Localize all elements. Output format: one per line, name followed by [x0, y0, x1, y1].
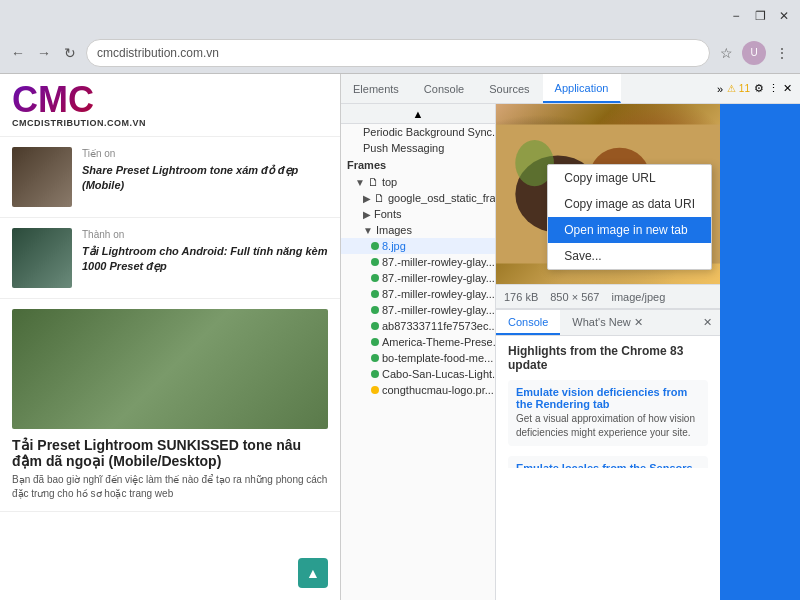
- tree-image-7[interactable]: Cabo-San-Lucas-Light...: [341, 366, 495, 382]
- tab-elements[interactable]: Elements: [341, 74, 412, 103]
- logo-text: CMC: [12, 82, 328, 118]
- warning-badge: ⚠ 11: [727, 83, 750, 94]
- post-title-2[interactable]: Tải Lightroom cho Android: Full tính năn…: [82, 244, 328, 275]
- tree-images[interactable]: ▼ Images: [341, 222, 495, 238]
- post-meta-2: Thành on: [82, 228, 328, 242]
- blog-posts: Tiến on Share Preset Lightroom tone xám …: [0, 137, 340, 512]
- forward-button[interactable]: →: [34, 43, 54, 63]
- console-item-1: Emulate locales from the Sensors tab or …: [508, 456, 708, 468]
- frames-label: Frames: [341, 156, 495, 174]
- thumb-img-2: [12, 228, 72, 288]
- image-selected-label: 8.jpg: [382, 240, 406, 252]
- tree-panel: ▲ Periodic Background Sync... Push Messa…: [341, 104, 496, 600]
- tree-image-2[interactable]: 87.-miller-rowley-glay...: [341, 286, 495, 302]
- star-icon[interactable]: ☆: [716, 43, 736, 63]
- main-layout: CMC CMCDISTRIBUTION.COM.VN Tiến on Share…: [0, 74, 800, 600]
- post-thumb-1: [12, 147, 72, 207]
- tree-fonts[interactable]: ▶ Fonts: [341, 206, 495, 222]
- console-link-1[interactable]: Emulate locales from the Sensors tab or …: [516, 462, 700, 468]
- dot-0: [371, 258, 379, 266]
- post-text-2: Thành on Tải Lightroom cho Android: Full…: [82, 228, 328, 275]
- tree-scroll-up[interactable]: ▲: [341, 104, 495, 124]
- blog-post-2: Thành on Tải Lightroom cho Android: Full…: [0, 218, 340, 299]
- url-text: cmcdistribution.com.vn: [97, 46, 219, 60]
- context-open-new-tab[interactable]: Open image in new tab: [548, 217, 711, 243]
- devtools-main: ▲ Periodic Background Sync... Push Messa…: [341, 104, 800, 600]
- console-panel-close[interactable]: ✕: [695, 310, 720, 335]
- refresh-button[interactable]: ↻: [60, 43, 80, 63]
- dot-8: [371, 386, 379, 394]
- console-content: Highlights from the Chrome 83 update Emu…: [496, 336, 720, 468]
- expand-icon: ▼: [355, 177, 365, 188]
- devtools-panel: Elements Console Sources Application » ⚠…: [340, 74, 800, 600]
- blog-post-large: Tải Preset Lightroom SUNKISSED tone nâu …: [0, 299, 340, 512]
- site-logo: CMC CMCDISTRIBUTION.COM.VN: [0, 74, 340, 137]
- tree-image-0[interactable]: 87.-miller-rowley-glay...: [341, 254, 495, 270]
- back-button[interactable]: ←: [8, 43, 28, 63]
- tab-console[interactable]: Console: [412, 74, 477, 103]
- status-size: 176 kB: [504, 291, 538, 303]
- context-copy-url[interactable]: Copy image URL: [548, 165, 711, 191]
- tree-image-1[interactable]: 87.-miller-rowley-glay...: [341, 270, 495, 286]
- tab-application[interactable]: Application: [543, 74, 622, 103]
- tree-sync[interactable]: Periodic Background Sync...: [341, 124, 495, 140]
- menu-button[interactable]: ⋮: [772, 43, 792, 63]
- expand-icon-2: ▶: [363, 193, 371, 204]
- status-type: image/jpeg: [612, 291, 666, 303]
- tree-top[interactable]: ▼ 🗋 top: [341, 174, 495, 190]
- sync-label: Periodic Background Sync...: [363, 126, 495, 138]
- scroll-up-button[interactable]: ▲: [298, 558, 328, 588]
- browser-chrome: ← → ↻ cmcdistribution.com.vn ☆ U ⋮: [0, 32, 800, 74]
- tree-image-6[interactable]: bo-template-food-me...: [341, 350, 495, 366]
- large-title[interactable]: Tải Preset Lightroom SUNKISSED tone nâu …: [12, 437, 328, 469]
- url-bar[interactable]: cmcdistribution.com.vn: [86, 39, 710, 67]
- console-tab-console[interactable]: Console: [496, 310, 560, 335]
- google-frame-label: google_osd_static_frame: [388, 192, 495, 204]
- status-dimensions: 850 × 567: [550, 291, 599, 303]
- more-tabs-icon[interactable]: »: [717, 83, 723, 95]
- console-panel: Console What's New ✕ ✕ Highlights from t…: [496, 308, 720, 468]
- images-arrow: ▼: [363, 225, 373, 236]
- fonts-label: Fonts: [374, 208, 402, 220]
- tree-push[interactable]: Push Messaging: [341, 140, 495, 156]
- console-desc-0: Get a visual approximation of how vision…: [516, 412, 700, 440]
- tree-image-5[interactable]: America-Theme-Prese...: [341, 334, 495, 350]
- blue-side-panel: [720, 104, 800, 600]
- preview-image: Copy image URL Copy image as data URI Op…: [496, 104, 720, 284]
- devtools-statusbar: 176 kB 850 × 567 image/jpeg: [496, 284, 720, 308]
- close-button[interactable]: ✕: [776, 8, 792, 24]
- console-highlight-title: Highlights from the Chrome 83 update: [508, 344, 708, 372]
- settings-icon[interactable]: ⚙: [754, 82, 764, 95]
- tree-image-8[interactable]: congthucmau-logo.pr...: [341, 382, 495, 398]
- post-thumb-2: [12, 228, 72, 288]
- maximize-button[interactable]: ❐: [752, 8, 768, 24]
- title-bar: − ❐ ✕: [0, 0, 800, 32]
- tree-google-frame[interactable]: ▶ 🗋 google_osd_static_frame: [341, 190, 495, 206]
- fonts-arrow: ▶: [363, 209, 371, 220]
- avatar[interactable]: U: [742, 41, 766, 65]
- devtools-close-icon[interactable]: ✕: [783, 82, 792, 95]
- dot-2: [371, 290, 379, 298]
- large-desc: Bạn đã bao giờ nghĩ đến việc làm thế nào…: [12, 473, 328, 501]
- top-label: top: [382, 176, 397, 188]
- more-options-icon[interactable]: ⋮: [768, 82, 779, 95]
- context-copy-data-uri[interactable]: Copy image as data URI: [548, 191, 711, 217]
- console-tabs: Console What's New ✕ ✕: [496, 310, 720, 336]
- minimize-button[interactable]: −: [728, 8, 744, 24]
- context-menu: Copy image URL Copy image as data URI Op…: [547, 164, 712, 270]
- thumb-img-1: [12, 147, 72, 207]
- website-content: CMC CMCDISTRIBUTION.COM.VN Tiến on Share…: [0, 74, 340, 600]
- console-link-0[interactable]: Emulate vision deficiencies from the Ren…: [516, 386, 700, 410]
- tab-sources[interactable]: Sources: [477, 74, 542, 103]
- images-label: Images: [376, 224, 412, 236]
- devtools-tabs: Elements Console Sources Application » ⚠…: [341, 74, 800, 104]
- console-item-0: Emulate vision deficiencies from the Ren…: [508, 380, 708, 446]
- post-meta-1: Tiến on: [82, 147, 328, 161]
- context-save[interactable]: Save...: [548, 243, 711, 269]
- console-tab-whatsnew[interactable]: What's New ✕: [560, 310, 654, 335]
- large-thumb: [12, 309, 328, 429]
- post-title-1[interactable]: Share Preset Lightroom tone xám đỏ đẹp (…: [82, 163, 328, 194]
- tree-image-selected[interactable]: 8.jpg: [341, 238, 495, 254]
- tree-image-3[interactable]: 87.-miller-rowley-glay...: [341, 302, 495, 318]
- tree-image-4[interactable]: ab87333711fe7573ec...: [341, 318, 495, 334]
